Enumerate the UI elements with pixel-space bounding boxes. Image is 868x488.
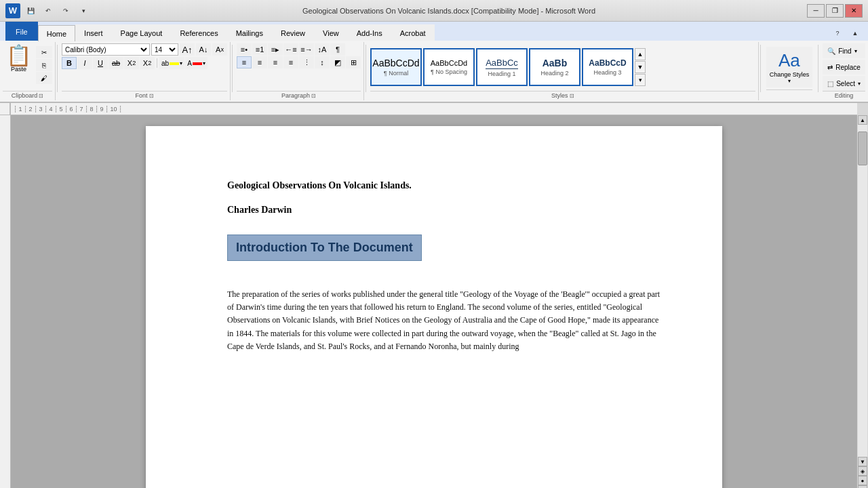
decrease-font-button[interactable]: A↓: [196, 43, 211, 56]
font-name-select[interactable]: Calibri (Body): [62, 43, 150, 56]
vertical-scrollbar[interactable]: ▲ ▼ ◈ ● ◈: [857, 103, 868, 488]
style-heading2-label: Heading 2: [540, 70, 568, 77]
find-label: Find: [838, 47, 851, 55]
text-highlight-button[interactable]: ab ▾: [159, 57, 184, 69]
superscript-button[interactable]: X2: [140, 57, 155, 69]
select-button[interactable]: ⬚ Select ▾: [823, 76, 865, 91]
tab-references[interactable]: References: [171, 24, 226, 41]
copy-button[interactable]: ⎘: [36, 59, 52, 71]
shading-button[interactable]: ◩: [330, 56, 345, 68]
divider-3: [366, 45, 366, 92]
editing-label: Editing: [835, 92, 854, 99]
tab-review[interactable]: Review: [272, 24, 314, 41]
style-heading2-button[interactable]: AaBb Heading 2: [529, 48, 580, 86]
redo-qat-button[interactable]: ↷: [58, 5, 73, 17]
multilevel-list-button[interactable]: ≡▸: [268, 43, 283, 56]
restore-button[interactable]: ❐: [826, 4, 844, 18]
document-body-paragraph[interactable]: The preparation of the series of works p…: [227, 288, 661, 353]
scrollbar-track[interactable]: [858, 125, 867, 457]
bold-button[interactable]: B: [62, 57, 77, 69]
ruler-marks: ┊ 1 ┊ 2 ┊ 3 ┊ 4 ┊ 5 ┊ 6 ┊ 7 ┊ 8 ┊ 9 ┊ 10…: [14, 106, 122, 113]
decrease-indent-button[interactable]: ←≡: [283, 43, 298, 56]
select-icon: ⬚: [827, 80, 833, 87]
tab-view[interactable]: View: [314, 24, 348, 41]
subscript-button[interactable]: X2: [124, 57, 139, 69]
italic-button[interactable]: I: [77, 57, 92, 69]
divider-5: [818, 45, 818, 92]
scrollbar-thumb[interactable]: [858, 131, 867, 165]
tab-file[interactable]: File: [5, 22, 38, 41]
tab-home[interactable]: Home: [38, 25, 75, 41]
increase-font-button[interactable]: A↑: [180, 43, 195, 56]
save-qat-button[interactable]: 💾: [23, 5, 38, 17]
show-formatting-button[interactable]: ¶: [330, 43, 345, 56]
clear-format-button[interactable]: Ax: [212, 43, 227, 56]
sort-button[interactable]: ↕A: [315, 43, 330, 56]
document-main-title: Geological Observations On Volcanic Isla…: [227, 180, 661, 191]
format-painter-button[interactable]: 🖌: [36, 72, 52, 84]
highlight-dropdown[interactable]: ▾: [180, 60, 182, 66]
styles-more-button[interactable]: ▾: [635, 74, 646, 86]
clipboard-expand-icon[interactable]: ⊡: [39, 93, 43, 99]
clipboard-label: Clipboard: [12, 92, 38, 99]
styles-label: Styles: [551, 92, 568, 99]
replace-icon: ⇄: [827, 64, 833, 71]
font-color-button[interactable]: A ▾: [185, 57, 208, 69]
tab-mailings[interactable]: Mailings: [227, 24, 272, 41]
cut-button[interactable]: ✂: [36, 46, 52, 58]
tab-insert[interactable]: Insert: [75, 24, 112, 41]
font-expand-icon[interactable]: ⊡: [149, 93, 154, 99]
style-heading3-button[interactable]: AaBbCcD Heading 3: [582, 48, 633, 86]
find-dropdown[interactable]: ▾: [854, 48, 857, 54]
select-browse-object-button[interactable]: ●: [858, 476, 867, 485]
document-scroll-area[interactable]: Geological Observations On Volcanic Isla…: [11, 115, 857, 488]
title-bar-left: W 💾 ↶ ↷ ▾: [5, 3, 91, 18]
style-no-spacing-button[interactable]: AaBbCcDd ¶ No Spacing: [423, 48, 475, 86]
style-heading3-label: Heading 3: [593, 69, 621, 76]
underline-button[interactable]: U: [93, 57, 108, 69]
columns-button[interactable]: ⋮: [299, 56, 314, 68]
close-button[interactable]: ✕: [845, 4, 863, 18]
ribbon-collapse-button[interactable]: ▲: [848, 27, 863, 39]
help-button[interactable]: ?: [830, 27, 845, 39]
numbering-button[interactable]: ≡1: [252, 43, 267, 56]
increase-indent-button[interactable]: ≡→: [299, 43, 314, 56]
font-color-dropdown[interactable]: ▾: [203, 60, 205, 66]
font-size-select[interactable]: 14: [151, 43, 178, 56]
scroll-down-button[interactable]: ▼: [858, 457, 867, 466]
vertical-ruler: [0, 103, 11, 488]
find-button[interactable]: 🔍 Find ▾: [823, 43, 865, 58]
document-heading[interactable]: Introduction To The Document: [227, 235, 422, 261]
customize-qat-button[interactable]: ▾: [76, 5, 91, 17]
strikethrough-button[interactable]: ab: [108, 57, 123, 69]
change-styles-dropdown[interactable]: ▾: [788, 78, 791, 84]
style-heading1-button[interactable]: AaBbCc Heading 1: [476, 48, 528, 86]
align-right-button[interactable]: ≡: [268, 56, 283, 68]
tab-acrobat[interactable]: Acrobat: [391, 24, 435, 41]
change-styles-button[interactable]: Aa Change Styles ▾: [766, 47, 813, 88]
style-normal-label: ¶ Normal: [384, 70, 408, 77]
next-page-button[interactable]: ◈: [858, 485, 867, 488]
minimize-button[interactable]: ─: [807, 4, 825, 18]
undo-qat-button[interactable]: ↶: [41, 5, 56, 17]
replace-button[interactable]: ⇄ Replace: [823, 60, 865, 75]
styles-scroll-down-button[interactable]: ▼: [635, 61, 646, 73]
line-spacing-button[interactable]: ↕: [315, 56, 330, 68]
style-normal-button[interactable]: AaBbCcDd ¶ Normal: [370, 48, 422, 86]
align-center-button[interactable]: ≡: [252, 56, 267, 68]
tab-add-ins[interactable]: Add-Ins: [348, 24, 391, 41]
justify-button[interactable]: ≡: [283, 56, 298, 68]
styles-expand-icon[interactable]: ⊡: [570, 93, 574, 99]
paste-button[interactable]: 📋 Paste: [3, 43, 35, 75]
align-left-button[interactable]: ≡: [237, 56, 252, 68]
bullet-list-button[interactable]: ≡•: [237, 43, 252, 56]
window-controls[interactable]: ─ ❐ ✕: [807, 4, 863, 18]
scroll-up-button[interactable]: ▲: [858, 115, 867, 125]
font-divider: [157, 58, 157, 68]
tab-page-layout[interactable]: Page Layout: [112, 24, 172, 41]
border-button[interactable]: ⊞: [346, 56, 361, 68]
paragraph-expand-icon[interactable]: ⊡: [311, 93, 316, 99]
select-dropdown[interactable]: ▾: [858, 81, 861, 87]
styles-scroll-up-button[interactable]: ▲: [635, 48, 646, 60]
prev-page-button[interactable]: ◈: [858, 466, 867, 476]
